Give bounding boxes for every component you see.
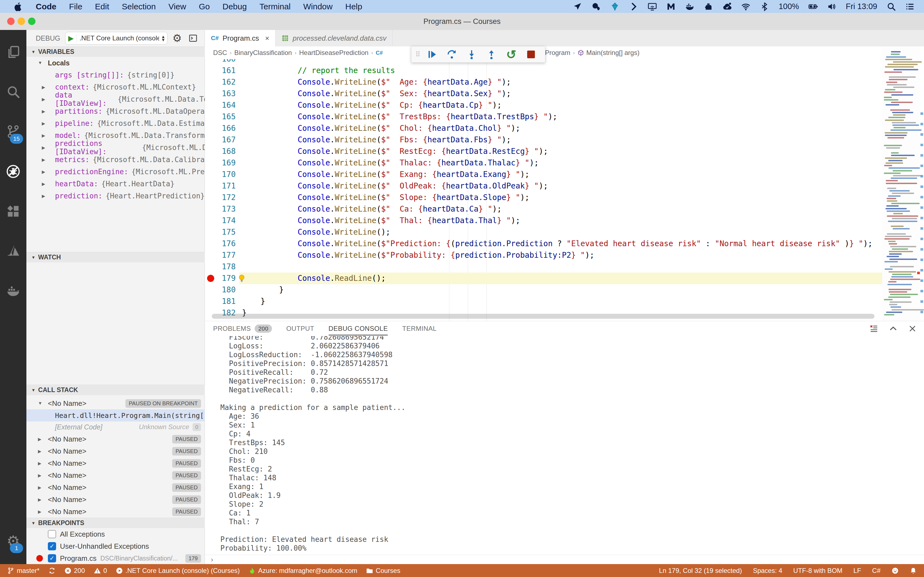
menu-file[interactable]: File [69,2,82,11]
continue-button[interactable] [422,47,442,61]
checkbox[interactable]: ✓ [48,542,56,550]
start-debug-icon[interactable]: ▶ [68,34,74,43]
bluetooth-icon[interactable] [760,2,769,11]
status-item-master[interactable]: master* [7,567,40,575]
bulb-icon[interactable] [237,274,246,283]
variables-group-locals[interactable]: ▼Locals [26,57,205,69]
restart-button[interactable]: ↺ [501,47,521,61]
callstack-row[interactable]: ▶<No Name>PAUSED [26,457,205,469]
code-line-166[interactable]: Console.WriteLine($" Chol: {heartData.Ch… [242,122,882,134]
step-over-button[interactable] [442,47,462,61]
code-editor[interactable]: DSC›BinaryClassification›HeartDiseasePre… [205,47,924,321]
tab-Program.cs[interactable]: C#Program.cs× [205,30,276,47]
variable-row[interactable]: ▶prediction:{Heart.HeartPrediction} [26,190,205,202]
code-line-181[interactable]: } [242,296,882,307]
menu-debug[interactable]: Debug [223,2,247,11]
status-item-200[interactable]: 200 [65,567,85,575]
search-icon[interactable] [887,2,896,11]
chevron-up-icon[interactable] [889,324,898,333]
activity-azure[interactable] [0,235,26,268]
code-line-175[interactable]: Console.WriteLine(); [242,226,882,238]
status-item-net[interactable]: .NET Core Launch (console) (Courses) [116,567,240,575]
variable-row[interactable]: ▶data [IDataView]:{Microsoft.ML.Data.Tex… [26,93,205,105]
zoom-window-button[interactable] [28,18,36,25]
debug-configuration-select[interactable]: ▶ .NET Core Launch (console ▴▾ [65,32,168,45]
variable-row[interactable]: args [string[]]:{string[0]} [26,69,205,81]
close-tab-icon[interactable]: × [265,34,269,43]
minimize-window-button[interactable] [18,18,25,25]
breakpoint-row[interactable]: ✓Program.csDSC/BinaryClassification/...1… [26,552,205,564]
close-window-button[interactable] [7,18,15,25]
code-line-177[interactable]: Console.WriteLine($"Probability: {predic… [242,250,882,261]
code-line-165[interactable]: Console.WriteLine($" TrestBps: {heartDat… [242,111,882,122]
line-number[interactable]: 166 [205,122,236,134]
debug-console-output[interactable]: F1Score: 0.782608695652174 LogLoss: 2.06… [212,336,916,555]
toolbar-drag-handle[interactable]: ⠿ [415,50,420,59]
menu-code[interactable]: Code [36,2,57,11]
clear-console-icon[interactable] [869,324,878,333]
variable-row[interactable]: ▶predictionEngine:{Microsoft.ML.Predicti… [26,166,205,178]
tab-processed.cleveland.data.csv[interactable]: processed.cleveland.data.csv [276,30,393,47]
evernote-icon[interactable] [591,2,601,11]
callstack-row[interactable]: ▶<No Name>PAUSED [26,481,205,493]
breadcrumb-item[interactable]: .Program [543,49,570,56]
line-number[interactable]: 176 [205,238,236,250]
callstack-row[interactable]: ▼<No Name>PAUSED ON BREAKPOINT [26,397,205,409]
menu-terminal[interactable]: Terminal [259,2,291,11]
panel-tab-output[interactable]: OUTPUT [286,321,314,336]
code-line-172[interactable]: Console.WriteLine($" Slope: {heartData.S… [242,192,882,203]
status-item-courses[interactable]: Courses [366,567,400,575]
volume-icon[interactable] [827,2,837,11]
panel-tab-problems[interactable]: PROBLEMS200 [213,321,272,336]
breadcrumb-item-method[interactable]: Main(string[] args) [586,49,640,56]
panel-tab-terminal[interactable]: TERMINAL [402,321,436,336]
breadcrumb-right[interactable]: .Program›Main(string[] args) [543,47,640,59]
breakpoint-row[interactable]: All Exceptions [26,528,205,540]
line-number[interactable]: 180 [205,284,236,296]
callstack-row[interactable]: ▶<No Name>PAUSED [26,433,205,445]
watch-section-header[interactable]: ▼WATCH [26,252,205,263]
callstack-row[interactable]: ▶<No Name>PAUSED [26,469,205,481]
line-number[interactable]: 168 [205,146,236,157]
code-line-162[interactable]: Console.WriteLine($" Age: {heartData.Age… [242,76,882,88]
overview-ruler[interactable] [920,47,924,321]
line-number[interactable]: 181 [205,296,236,307]
close-icon[interactable] [908,324,917,333]
debug-console-input[interactable]: › [205,555,924,564]
status-item-ln[interactable]: Ln 179, Col 32 (19 selected) [659,567,742,575]
callstack-row[interactable]: ▶<No Name>PAUSED [26,493,205,506]
variable-row[interactable]: ▶heartData:{Heart.HeartData} [26,178,205,190]
battery-icon[interactable] [809,2,818,11]
window-title-bar[interactable]: Program.cs — Courses [0,13,924,30]
status-item-azure[interactable]: Azure: mdfarragher@outlook.com [249,567,357,575]
code-line-176[interactable]: Console.WriteLine($"Prediction: {(predic… [242,238,882,250]
panel-tab-debug-console[interactable]: DEBUG CONSOLE [329,321,388,336]
activity-settings-gear[interactable]: ⚙1 [0,524,26,558]
step-into-button[interactable] [462,47,481,61]
menu-window[interactable]: Window [303,2,333,11]
line-number[interactable]: 165 [205,111,236,122]
docker-whale-icon[interactable] [685,2,695,11]
code-line-174[interactable]: Console.WriteLine($" Thal: {heartData.Th… [242,215,882,226]
code-line-168[interactable]: Console.WriteLine($" RestEcg: {heartData… [242,146,882,157]
line-number[interactable]: 170 [205,169,236,180]
line-number[interactable]: 171 [205,180,236,192]
location-icon[interactable] [573,2,582,11]
activity-debug[interactable] [0,155,26,188]
display-mirror-icon[interactable] [648,2,657,11]
code-line-179[interactable]: Console.ReadLine(); [239,272,882,284]
breadcrumb-item[interactable]: BinaryClassification [234,49,292,56]
callstack-row[interactable]: Heart.dll!Heart.Program.Main(string[] ar… [26,409,205,421]
line-number[interactable]: 178 [205,261,236,272]
chevron-right-icon[interactable] [629,2,638,11]
activity-files[interactable] [0,35,26,68]
checkbox[interactable] [48,530,56,538]
menu-selection[interactable]: Selection [122,2,156,11]
kettle-icon[interactable] [704,2,713,11]
variable-row[interactable]: ▶predictions [IDataView]:{Microsoft.ML.D… [26,142,205,153]
wifi-icon[interactable] [741,2,751,11]
callstack-section-header[interactable]: ▼CALL STACK [26,385,205,395]
variable-row[interactable]: ▶metrics:{Microsoft.ML.Data.CalibratedBi… [26,153,205,166]
editor-code-area[interactable]: // report the results Console.WriteLine(… [242,53,882,319]
status-item[interactable] [892,567,899,574]
